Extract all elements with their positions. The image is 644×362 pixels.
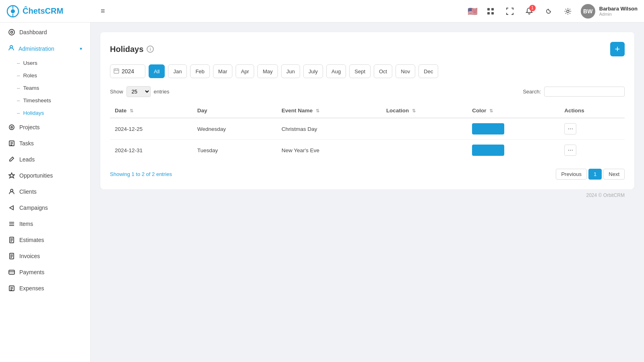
sidebar-item-opportunities[interactable]: Opportunities — [0, 168, 90, 184]
col-day[interactable]: Day — [193, 103, 277, 118]
tasks-icon — [8, 140, 15, 147]
showing-text: Showing 1 to 2 of 2 entries — [110, 171, 172, 177]
sidebar-item-campaigns[interactable]: Campaigns — [0, 200, 90, 216]
dashboard-icon — [8, 29, 15, 36]
footer-text: 2024 © OrbitCRM — [586, 192, 625, 198]
sidebar-submenu-administration: Users Roles Teams Timesheets Holidays — [0, 57, 90, 119]
col-event-name[interactable]: Event Name ⇅ — [277, 103, 381, 118]
col-date[interactable]: Date ⇅ — [110, 103, 193, 118]
sidebar-label-tasks: Tasks — [19, 140, 34, 147]
calendar-icon — [114, 68, 119, 75]
layout: Dashboard Administration ▾ Users Roles — [0, 23, 644, 362]
month-filter: All Jan Feb Mar Apr May Jun July Aug Sep… — [110, 64, 625, 78]
sidebar-item-leads[interactable]: Leads — [0, 151, 90, 168]
notification-icon[interactable]: 1 — [523, 5, 536, 18]
year-input[interactable] — [122, 68, 142, 74]
sidebar-item-teams[interactable]: Teams — [0, 82, 90, 94]
sort-icon-location: ⇅ — [412, 108, 416, 114]
svg-rect-31 — [9, 270, 14, 274]
clients-icon — [8, 188, 15, 195]
sidebar-label-expenses: Expenses — [19, 285, 44, 292]
sidebar-item-roles[interactable]: Roles — [0, 69, 90, 82]
month-btn-apr[interactable]: Apr — [236, 64, 254, 78]
svg-point-8 — [567, 10, 569, 12]
month-btn-aug[interactable]: Aug — [326, 64, 346, 78]
fullscreen-icon[interactable] — [503, 5, 516, 18]
sidebar-label-projects: Projects — [19, 124, 40, 130]
page-1-button[interactable]: 1 — [588, 169, 602, 180]
sort-icon-date: ⇅ — [130, 108, 133, 114]
sidebar-item-timesheets[interactable]: Timesheets — [0, 94, 90, 107]
cell-day-2: Tuesday — [193, 140, 277, 161]
sidebar-item-tasks[interactable]: Tasks — [0, 135, 90, 151]
payments-icon — [8, 269, 15, 276]
cell-location-1 — [381, 118, 467, 140]
hamburger-icon[interactable]: ≡ — [97, 5, 108, 17]
cell-actions-1: ··· — [559, 118, 625, 140]
sidebar-item-payments[interactable]: Payments — [0, 264, 90, 280]
month-btn-jan[interactable]: Jan — [168, 64, 187, 78]
next-button[interactable]: Next — [603, 169, 625, 180]
theme-icon[interactable] — [542, 5, 555, 18]
month-btn-feb[interactable]: Feb — [190, 64, 209, 78]
sidebar-item-administration[interactable]: Administration ▾ — [0, 40, 90, 57]
month-btn-all[interactable]: All — [149, 64, 165, 78]
flag-icon[interactable]: 🇺🇸 — [468, 6, 478, 16]
month-btn-oct[interactable]: Oct — [374, 64, 392, 78]
cell-event-1: Christmas Day — [277, 118, 381, 140]
color-swatch-1 — [472, 123, 504, 134]
svg-point-1 — [11, 9, 15, 13]
sidebar-label-invoices: Invoices — [19, 253, 40, 259]
user-role: Admin — [599, 12, 638, 17]
entries-label: entries — [154, 89, 170, 95]
col-location[interactable]: Location ⇅ — [381, 103, 467, 118]
show-select[interactable]: 25 10 50 100 — [126, 86, 151, 97]
month-btn-jun[interactable]: Jun — [281, 64, 300, 78]
sidebar-item-holidays[interactable]: Holidays — [0, 107, 90, 119]
page-header: Holidays i + — [110, 42, 625, 56]
cell-color-1 — [467, 118, 559, 140]
month-btn-jul[interactable]: July — [303, 64, 323, 78]
user-text: Barbara Wilson Admin — [599, 6, 638, 17]
table-row: 2024-12-31 Tuesday New Year's Eve ··· — [110, 140, 625, 161]
user-profile[interactable]: BW Barbara Wilson Admin — [581, 4, 638, 19]
sidebar-item-clients[interactable]: Clients — [0, 184, 90, 200]
month-btn-may[interactable]: May — [257, 64, 278, 78]
opportunities-icon — [8, 172, 15, 179]
svg-rect-7 — [491, 12, 494, 14]
sidebar-item-users[interactable]: Users — [0, 57, 90, 69]
sidebar-label-roles: Roles — [23, 72, 37, 79]
col-color[interactable]: Color ⇅ — [467, 103, 559, 118]
main-content: Holidays i + All Jan Feb Mar Apr May — [91, 23, 644, 362]
sidebar-item-projects[interactable]: Projects — [0, 119, 90, 135]
settings-icon[interactable] — [561, 5, 574, 18]
sidebar-item-expenses[interactable]: Expenses — [0, 280, 90, 296]
month-btn-sept[interactable]: Sept — [349, 64, 371, 78]
previous-button[interactable]: Previous — [556, 169, 587, 180]
search-input[interactable] — [544, 87, 625, 97]
holidays-table: Date ⇅ Day Event Name ⇅ Location ⇅ — [110, 103, 625, 161]
grid-icon[interactable] — [484, 5, 497, 18]
svg-point-12 — [9, 125, 14, 130]
sidebar-item-dashboard[interactable]: Dashboard — [0, 24, 90, 40]
cell-actions-2: ··· — [559, 140, 625, 161]
svg-point-11 — [10, 46, 12, 48]
sidebar-label-administration: Administration — [19, 46, 54, 52]
items-icon — [8, 220, 15, 228]
cell-date-1: 2024-12-25 — [110, 118, 193, 140]
pagination-controls: Previous 1 Next — [556, 169, 625, 180]
sidebar-label-dashboard: Dashboard — [19, 29, 47, 35]
month-btn-nov[interactable]: Nov — [396, 64, 415, 78]
svg-rect-4 — [487, 8, 490, 10]
sidebar-label-clients: Clients — [19, 188, 37, 195]
action-menu-btn-2[interactable]: ··· — [564, 145, 576, 156]
add-holiday-button[interactable]: + — [610, 42, 625, 56]
sidebar-item-estimates[interactable]: Estimates — [0, 232, 90, 248]
info-icon[interactable]: i — [147, 46, 154, 53]
month-btn-mar[interactable]: Mar — [213, 64, 232, 78]
table-row: 2024-12-25 Wednesday Christmas Day ··· — [110, 118, 625, 140]
action-menu-btn-1[interactable]: ··· — [564, 123, 576, 134]
month-btn-dec[interactable]: Dec — [418, 64, 438, 78]
sidebar-item-items[interactable]: Items — [0, 216, 90, 232]
sidebar-item-invoices[interactable]: Invoices — [0, 248, 90, 264]
